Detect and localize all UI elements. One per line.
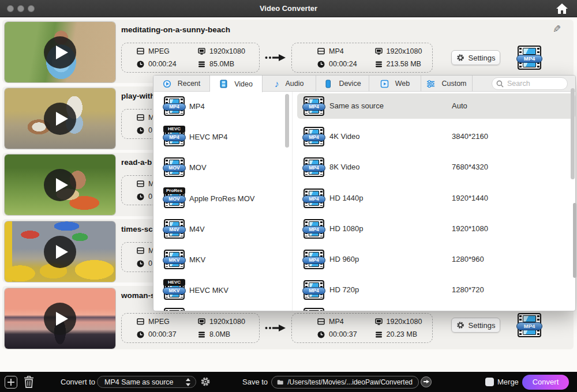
duration-icon: [137, 193, 144, 201]
gear-icon: [456, 54, 464, 62]
tab-custom[interactable]: Custom: [421, 76, 473, 92]
play-icon[interactable]: [44, 103, 76, 135]
format-item-mkv[interactable]: MKV MKV: [153, 244, 285, 275]
format-item-prores-mov[interactable]: ProResMOV Apple ProRes MOV: [153, 183, 285, 214]
format-badge-label: MOV: [163, 164, 186, 172]
format-item-hevc-mkv[interactable]: HEVCMKV HEVC MKV: [153, 274, 285, 306]
home-button[interactable]: [555, 3, 569, 14]
preset-item-partial[interactable]: [304, 308, 324, 311]
source-duration: 0: [148, 126, 152, 134]
settings-button[interactable]: Settings: [451, 318, 500, 333]
format-icon: [137, 114, 144, 121]
tab-video[interactable]: Video: [210, 76, 263, 92]
delete-button[interactable]: [23, 375, 35, 389]
duration-icon: [137, 127, 144, 134]
tab-web[interactable]: Web: [369, 76, 421, 92]
format-item-hevc-mp4[interactable]: HEVCMP4 HEVC MP4: [153, 121, 285, 152]
source-duration: 0: [148, 259, 152, 267]
output-info-box: MP4 1920x1080 00:00:24 213.58 MB: [291, 43, 433, 73]
video-thumbnail-times-square[interactable]: [5, 221, 115, 282]
source-duration: 00:00:24: [148, 60, 177, 68]
format-label: M4V: [189, 225, 205, 233]
resolution-icon: [198, 48, 205, 55]
output-resolution: 1920x1080: [387, 318, 422, 326]
output-format-badge-button[interactable]: MP4: [518, 313, 541, 337]
preset-value: 1280*720: [452, 285, 484, 294]
preset-8k-video[interactable]: MP4 8K Video 7680*4320: [296, 152, 575, 183]
video-thumbnail-beach[interactable]: [5, 22, 115, 82]
preset-hd-720p[interactable]: MP4 HD 720p 1280*720: [296, 274, 575, 306]
preset-list-scrollbar[interactable]: [571, 88, 575, 179]
tab-label: Audio: [286, 80, 304, 88]
format-list-scrollbar[interactable]: [285, 94, 289, 148]
play-icon[interactable]: [44, 303, 76, 335]
resolution-icon: [198, 318, 205, 325]
format-item-m4v[interactable]: M4V M4V: [153, 213, 285, 244]
video-title: meditating-on-a-sunny-beach: [121, 25, 230, 34]
play-icon[interactable]: [44, 169, 76, 201]
format-badge-label: MP4: [163, 103, 186, 111]
format-icon: [137, 47, 144, 55]
preset-value: 7680*4320: [452, 163, 488, 171]
music-note-icon: ♪: [275, 80, 279, 88]
tab-recent[interactable]: Recent: [153, 76, 210, 92]
tab-label: Video: [234, 80, 253, 88]
play-icon[interactable]: [44, 236, 76, 268]
preset-same-as-source[interactable]: MP4 Same as source Auto: [296, 91, 575, 122]
video-thumbnail-dog[interactable]: [5, 88, 115, 149]
format-item-partial[interactable]: [164, 308, 185, 311]
preset-value: 3840*2160: [452, 132, 488, 141]
source-format: MPEG: [148, 47, 170, 55]
format-top-badge-label: HEVC: [163, 279, 185, 286]
merge-checkbox[interactable]: [485, 378, 494, 386]
film-icon: [219, 80, 228, 88]
format-badge-label: MOV: [163, 195, 186, 203]
preset-label: HD 1440p: [329, 194, 364, 202]
history-icon: [163, 80, 171, 88]
format-badge-label: MP4: [302, 226, 325, 233]
source-resolution: 1920x1080: [209, 47, 245, 55]
format-item-mov[interactable]: MOV MOV: [153, 152, 285, 183]
convert-button[interactable]: Convert: [522, 375, 569, 390]
tab-device[interactable]: Device: [316, 76, 369, 92]
source-duration: 0: [148, 193, 152, 201]
bottom-toolbar: Convert to MP4 Same as source Save to /U…: [0, 372, 577, 392]
source-info-box: MPEG 1920x1080 00:00:24 85.0MB: [121, 43, 260, 73]
play-icon[interactable]: [44, 36, 76, 69]
format-badge-label: MKV: [163, 287, 186, 295]
save-to-label: Save to: [242, 378, 268, 386]
output-size: 213.58 MB: [387, 60, 421, 68]
video-thumbnail-sunset[interactable]: [5, 288, 115, 349]
window-scrollbar[interactable]: [573, 203, 576, 278]
tab-label: Custom: [441, 80, 466, 88]
open-folder-button[interactable]: [421, 376, 432, 387]
format-chooser-panel: Recent Video ♪ Audio Device Web Custom: [153, 75, 576, 311]
tab-label: Device: [339, 80, 361, 88]
convert-to-select[interactable]: MP4 Same as source: [97, 376, 196, 388]
preset-label: HD 720p: [329, 285, 359, 294]
settings-button[interactable]: Settings: [451, 50, 500, 65]
save-to-path-field[interactable]: /Users/test/Movies/...ideoPaw/Converted: [271, 376, 419, 389]
preset-hd-1440p[interactable]: MP4 HD 1440p 1920*1440: [296, 183, 575, 214]
convert-to-value: MP4 Same as source: [104, 378, 174, 386]
edit-name-icon[interactable]: ✎: [553, 23, 561, 35]
preset-value: 1280*960: [452, 255, 484, 263]
format-badge-label: MP4: [516, 55, 542, 63]
resolution-icon: [375, 318, 383, 325]
filesize-icon: [375, 331, 383, 338]
preset-hd-960p[interactable]: MP4 HD 960p 1280*960: [296, 244, 575, 275]
trash-icon: [23, 375, 35, 389]
preset-hd-1080p[interactable]: MP4 HD 1080p 1920*1080: [296, 213, 575, 244]
video-thumbnail-park[interactable]: [5, 154, 115, 215]
tab-audio[interactable]: ♪ Audio: [263, 76, 316, 92]
format-icon: [317, 47, 325, 55]
add-files-button[interactable]: [5, 376, 17, 389]
format-item-mp4[interactable]: MP4 MP4: [153, 91, 285, 122]
output-format-badge-button[interactable]: MP4: [518, 46, 541, 70]
preset-label: 4K Video: [329, 132, 360, 141]
browser-icon: [380, 80, 389, 88]
stepper-arrows-icon: [186, 378, 190, 386]
titlebar: Video Converter: [0, 0, 577, 17]
preset-4k-video[interactable]: MP4 4K Video 3840*2160: [296, 121, 575, 152]
convert-settings-gear-icon[interactable]: [200, 376, 211, 387]
